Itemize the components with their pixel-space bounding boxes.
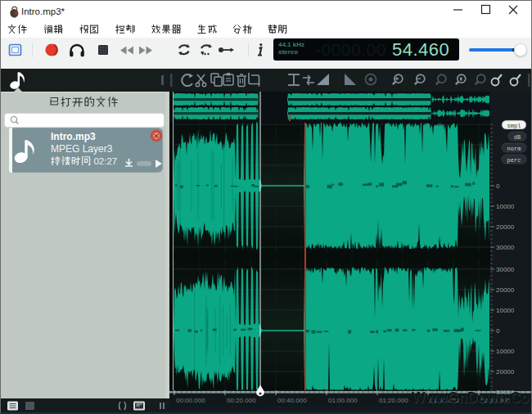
svg-text:00:40.000: 00:40.000 xyxy=(277,397,307,404)
svg-text:10000: 10000 xyxy=(496,307,515,314)
svg-text:10000: 10000 xyxy=(496,348,515,355)
svg-text:20000: 20000 xyxy=(496,223,515,231)
svg-text:20000: 20000 xyxy=(496,286,515,294)
svg-text:: 02:27: : 02:27 xyxy=(88,156,117,166)
svg-text:perc: perc xyxy=(507,157,521,164)
svg-text:smpl: smpl xyxy=(507,123,521,129)
svg-text:20000: 20000 xyxy=(496,368,515,376)
svg-text:0: 0 xyxy=(496,327,500,335)
svg-text:WwwGnDown.Com: WwwGnDown.Com xyxy=(412,389,532,406)
svg-text:30000: 30000 xyxy=(496,244,515,251)
svg-text:10000: 10000 xyxy=(496,203,515,210)
svg-text:30000: 30000 xyxy=(496,266,515,273)
svg-text:00:20.000: 00:20.000 xyxy=(227,397,256,404)
svg-text:0: 0 xyxy=(496,182,500,190)
svg-text:01:20.000: 01:20.000 xyxy=(379,397,408,404)
svg-text:01:00.000: 01:00.000 xyxy=(328,397,358,404)
svg-text:dB: dB xyxy=(514,134,521,141)
svg-text:00:00.000: 00:00.000 xyxy=(176,397,205,404)
svg-text:norm: norm xyxy=(507,146,521,152)
